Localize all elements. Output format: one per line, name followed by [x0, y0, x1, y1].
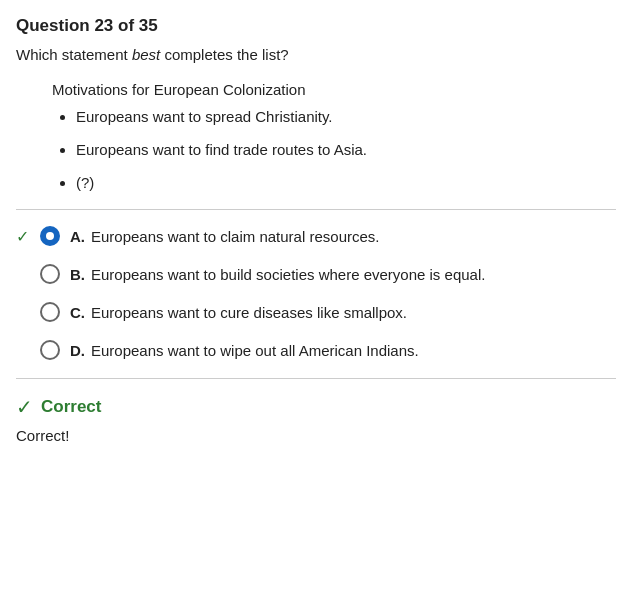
option-d[interactable]: D. Europeans want to wipe out all Americ…	[16, 340, 616, 360]
option-letter-d: D.	[70, 342, 85, 359]
radio-a[interactable]	[40, 226, 60, 246]
divider-bottom	[16, 378, 616, 379]
options-list: ✓ A. Europeans want to claim natural res…	[16, 226, 616, 360]
option-c[interactable]: C. Europeans want to cure diseases like …	[16, 302, 616, 322]
content-title: Motivations for European Colonization	[52, 81, 616, 98]
correct-section: ✓ Correct	[16, 395, 616, 419]
radio-d[interactable]	[40, 340, 60, 360]
prompt-italic: best	[132, 46, 160, 63]
radio-c[interactable]	[40, 302, 60, 322]
bullet-item-2: Europeans want to find trade routes to A…	[76, 141, 616, 158]
content-box: Motivations for European Colonization Eu…	[52, 81, 616, 191]
bullet-list: Europeans want to spread Christianity. E…	[52, 108, 616, 191]
option-text-b: Europeans want to build societies where …	[91, 266, 485, 283]
radio-b[interactable]	[40, 264, 60, 284]
option-text-d: Europeans want to wipe out all American …	[91, 342, 419, 359]
correct-check-a: ✓	[16, 227, 36, 246]
correct-label: Correct	[41, 397, 101, 417]
question-header: Question 23 of 35	[16, 16, 616, 36]
prompt-text-end: completes the list?	[160, 46, 288, 63]
correct-check-icon: ✓	[16, 395, 33, 419]
option-text-c: Europeans want to cure diseases like sma…	[91, 304, 407, 321]
divider-top	[16, 209, 616, 210]
option-b[interactable]: B. Europeans want to build societies whe…	[16, 264, 616, 284]
option-letter-a: A.	[70, 228, 85, 245]
feedback-section: ✓ Correct Correct!	[16, 395, 616, 444]
bullet-item-1: Europeans want to spread Christianity.	[76, 108, 616, 125]
question-prompt: Which statement best completes the list?	[16, 46, 616, 63]
option-letter-c: C.	[70, 304, 85, 321]
option-text-a: Europeans want to claim natural resource…	[91, 228, 379, 245]
correct-message: Correct!	[16, 427, 616, 444]
prompt-text-start: Which statement	[16, 46, 132, 63]
option-letter-b: B.	[70, 266, 85, 283]
bullet-item-3: (?)	[76, 174, 616, 191]
option-a[interactable]: ✓ A. Europeans want to claim natural res…	[16, 226, 616, 246]
